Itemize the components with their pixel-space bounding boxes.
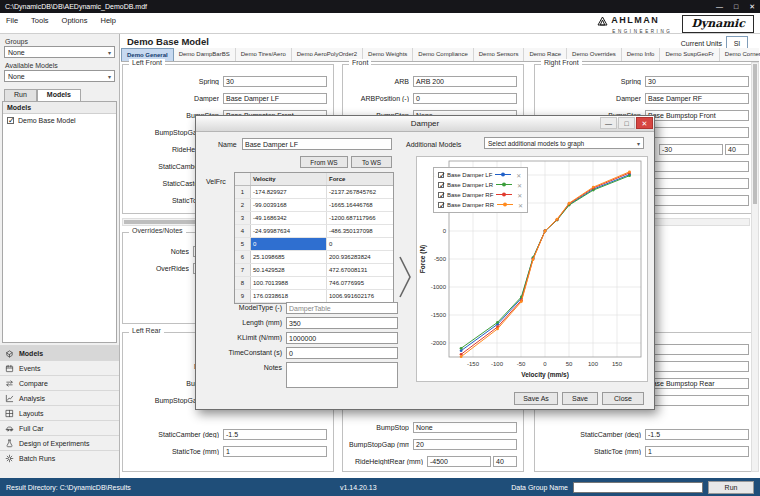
field-input[interactable]: -30 [659, 144, 723, 155]
field-input[interactable]: 1 [223, 446, 327, 457]
menu-file[interactable]: File [6, 16, 18, 25]
dialog-close-button[interactable]: ✕ [636, 117, 653, 129]
tab-demo-compliance[interactable]: Demo Compliance [413, 48, 473, 61]
tab-demo-dampbarbs[interactable]: Demo DampBarBS [174, 48, 236, 61]
dialog-maximize-button[interactable]: □ [618, 117, 635, 129]
field-input[interactable]: Base Damper LF [223, 93, 327, 104]
window-close-button[interactable]: ✕ [749, 0, 755, 13]
velocity-cell[interactable]: -49.1686342 [251, 212, 327, 224]
field-input[interactable] [645, 344, 749, 355]
sidebar-item-design-of-experiments[interactable]: Design of Experiments [0, 435, 119, 450]
length-input[interactable]: 350 [286, 317, 398, 329]
force-cell[interactable]: -1665.16446768 [327, 199, 391, 211]
tab-demo-tires-aero[interactable]: Demo Tires/Aero [236, 48, 292, 61]
tab-run[interactable]: Run [4, 89, 37, 101]
field-input[interactable]: Base Bumpstop Front [645, 110, 749, 121]
field-input[interactable]: None [413, 422, 517, 433]
field-label: StaticToe (mm) [129, 448, 219, 455]
field-input[interactable] [645, 178, 749, 189]
sidebar-item-models[interactable]: Models [0, 345, 119, 360]
dialog-titlebar[interactable]: Damper — □ ✕ [196, 116, 654, 132]
field-input[interactable]: 30 [223, 76, 327, 87]
additional-models-select[interactable]: Select additional models to graph ▾ [484, 137, 644, 149]
force-cell[interactable]: 746.0776995 [327, 277, 391, 289]
field-input[interactable]: 40 [725, 144, 749, 155]
legend-checkbox[interactable] [438, 182, 444, 188]
field-input[interactable]: 1 [645, 446, 749, 457]
legend-remove-button[interactable]: ✕ [516, 172, 521, 179]
groups-select[interactable]: None ▾ [4, 46, 115, 58]
field-input[interactable]: ARB 200 [413, 76, 517, 87]
tab-demo-info[interactable]: Demo Info [622, 48, 661, 61]
run-button[interactable]: Run [708, 481, 754, 494]
tab-models[interactable]: Models [37, 89, 81, 101]
dialog-minimize-button[interactable]: — [600, 117, 617, 129]
tab-demo-cornergeo[interactable]: Demo CornerGeo [720, 48, 760, 61]
force-cell[interactable]: -2137.267845762 [327, 186, 391, 198]
field-input[interactable]: 20 [413, 439, 517, 450]
close-button[interactable]: Close [602, 392, 644, 405]
sidebar-item-layouts[interactable]: Layouts [0, 405, 119, 420]
tab-demo-sensors[interactable]: Demo Sensors [474, 48, 525, 61]
legend-remove-button[interactable]: ✕ [517, 182, 522, 189]
field-input[interactable]: -1.5 [645, 429, 749, 440]
sidebar-item-full-car[interactable]: Full Car [0, 420, 119, 435]
sidebar-item-compare[interactable]: Compare [0, 375, 119, 390]
sidebar-item-analysis[interactable]: Analysis [0, 390, 119, 405]
legend-checkbox[interactable] [438, 192, 444, 198]
velocity-cell[interactable]: 0 [251, 238, 327, 250]
legend-remove-button[interactable]: ✕ [518, 202, 523, 209]
force-cell[interactable]: -486.350137098 [327, 225, 391, 237]
to-ws-button[interactable]: To WS [351, 156, 392, 168]
menu-help[interactable]: Help [100, 16, 115, 25]
field-input[interactable]: -1.5 [223, 429, 327, 440]
force-cell[interactable]: 472.67008131 [327, 264, 391, 276]
field-input[interactable] [645, 127, 749, 138]
field-input[interactable]: 40 [493, 456, 517, 467]
velocity-cell[interactable]: -99.0039168 [251, 199, 327, 211]
legend-remove-button[interactable]: ✕ [517, 192, 522, 199]
velocity-cell[interactable]: -24.99987634 [251, 225, 327, 237]
vertical-scrollbar[interactable] [751, 62, 759, 472]
menu-tools[interactable]: Tools [31, 16, 49, 25]
window-maximize-button[interactable]: □ [734, 0, 738, 13]
force-cell[interactable]: 1006.991602176 [327, 290, 391, 302]
scrollbar-thumb[interactable] [753, 64, 757, 204]
field-input[interactable]: Base Bumpstop Rear [645, 378, 749, 389]
from-ws-button[interactable]: From WS [300, 156, 348, 168]
field-input[interactable] [645, 195, 749, 206]
velocity-cell[interactable]: 176.0338618 [251, 290, 327, 302]
field-input[interactable] [645, 361, 749, 372]
velocity-cell[interactable]: -174.829927 [251, 186, 327, 198]
field-input[interactable] [645, 395, 749, 406]
legend-checkbox[interactable] [438, 172, 444, 178]
velocity-cell[interactable]: 50.1429528 [251, 264, 327, 276]
field-input[interactable]: -4500 [427, 456, 491, 467]
model-checkbox[interactable] [7, 117, 14, 124]
tab-demo-suspgeofr[interactable]: Demo SuspGeoFr [660, 48, 719, 61]
model-list-item[interactable]: Demo Base Model [3, 114, 116, 127]
timeconstant-input[interactable]: 0 [286, 347, 398, 359]
velocity-cell[interactable]: 100.7013988 [251, 277, 327, 289]
save-button[interactable]: Save [562, 392, 598, 405]
field-input[interactable]: 30 [645, 76, 749, 87]
name-input[interactable]: Base Damper LF [242, 138, 392, 150]
velocity-cell[interactable]: 25.1098685 [251, 251, 327, 263]
save-as-button[interactable]: Save As [514, 392, 558, 405]
field-input[interactable]: Base Damper RF [645, 93, 749, 104]
force-cell[interactable]: -1200.687117966 [327, 212, 391, 224]
field-input[interactable] [645, 161, 749, 172]
legend-checkbox[interactable] [438, 202, 444, 208]
klimit-input[interactable]: 1000000 [286, 332, 398, 344]
sidebar-item-events[interactable]: Events [0, 360, 119, 375]
data-group-name-input[interactable] [573, 482, 703, 493]
force-cell[interactable]: 200.936283824 [327, 251, 391, 263]
notes-input[interactable] [286, 362, 398, 388]
sidebar-item-batch-runs[interactable]: Batch Runs [0, 450, 119, 465]
field-input[interactable]: 0 [413, 93, 517, 104]
menu-options[interactable]: Options [62, 16, 88, 25]
available-models-select[interactable]: None ▾ [4, 70, 115, 82]
modeltype-input[interactable]: DamperTable [286, 302, 398, 314]
force-cell[interactable]: 0 [327, 238, 391, 250]
window-minimize-button[interactable]: — [716, 0, 723, 13]
